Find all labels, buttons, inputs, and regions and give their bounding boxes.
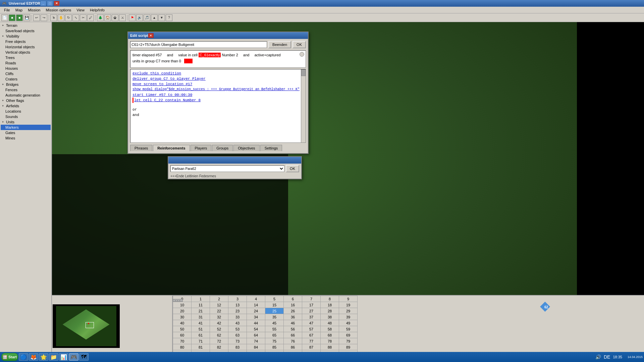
script-editor[interactable]: exclude this condition deliver group C7 … (130, 69, 306, 143)
grid-cell[interactable]: 47 (302, 320, 321, 326)
grid-cell[interactable]: 51 (192, 326, 210, 332)
grid-cell[interactable]: 70 (173, 338, 192, 344)
grid-cell[interactable]: 52 (210, 326, 228, 332)
grid-cell[interactable]: 60 (173, 332, 192, 338)
taskbar-app-map[interactable]: 🗺 (79, 353, 89, 361)
grid-cell[interactable]: 2 (210, 296, 228, 302)
grid-cell[interactable]: 14 (247, 302, 265, 308)
toolbar-delete[interactable]: ✂ (80, 14, 87, 21)
grid-cell[interactable]: 42 (210, 320, 228, 326)
tree-item-airfields[interactable]: + Airfields (1, 103, 51, 109)
grid-cell[interactable]: 63 (228, 332, 247, 338)
grid-cell[interactable]: 13 (228, 302, 247, 308)
grid-cell[interactable]: 53 (228, 326, 247, 332)
grid-cell[interactable]: 57 (302, 326, 321, 332)
grid-cell[interactable]: 58 (321, 326, 339, 332)
grid-cell[interactable]: 8 (321, 296, 339, 302)
tree-item-locations[interactable]: Locations (1, 109, 51, 114)
beenden-button[interactable]: Beenden (268, 41, 291, 48)
toolbar-sound[interactable]: 🔊 (136, 14, 143, 21)
script-line-4[interactable]: show modal dialog"$de_mission_succes : +… (132, 87, 304, 92)
tree-item-fences[interactable]: Fences (1, 87, 51, 93)
grid-cell[interactable]: 16 (284, 302, 302, 308)
tab-settings[interactable]: Settings (260, 145, 282, 151)
toolbar-new[interactable]: 📄 (1, 14, 8, 21)
toolbar-house[interactable]: 🏠 (104, 14, 111, 21)
toolbar-green2[interactable]: ■ (16, 14, 23, 21)
tree-item-terrain[interactable]: + Terrain (1, 23, 51, 28)
grid-cell[interactable]: 37 (302, 314, 321, 320)
tree-item-units[interactable]: + Units (1, 119, 51, 125)
grid-cell[interactable]: 28 (321, 308, 339, 314)
grid-cell[interactable]: 72 (210, 338, 228, 344)
grid-cell[interactable]: 74 (247, 338, 265, 344)
edit-script-dialog[interactable]: Edit script ✕ Beenden OK timer elapsed #… (127, 32, 309, 154)
script-name-input[interactable] (130, 41, 267, 48)
tree-item-free-objects[interactable]: Free objects (1, 39, 51, 44)
tree-item-other-flags[interactable]: + Other flags (1, 98, 51, 103)
toolbar-paint[interactable]: 🖊 (87, 14, 94, 21)
script-line-5[interactable]: start timer #57 to 00:00:30 (132, 92, 304, 98)
tree-item-vert-objects[interactable]: Vertical objects (1, 50, 51, 55)
grid-cell[interactable]: 85 (265, 344, 284, 350)
grid-cell[interactable]: 79 (339, 338, 358, 344)
toolbar-arrow-down[interactable]: ▼ (158, 14, 165, 21)
grid-cell[interactable]: 43 (228, 320, 247, 326)
tab-phrases[interactable]: Phrases (130, 145, 152, 151)
menu-view[interactable]: View (74, 7, 87, 13)
toolbar-select[interactable]: 🖱 (50, 14, 57, 21)
grid-cell[interactable]: 55 (265, 326, 284, 332)
grid-cell[interactable]: 33 (228, 314, 247, 320)
script-line-1[interactable]: exclude this condition (132, 71, 304, 76)
sub-ok-button[interactable]: OK (286, 165, 299, 172)
tree-item-markers[interactable]: Markers (1, 125, 51, 130)
toolbar-undo[interactable]: ↩ (33, 14, 40, 21)
grid-cell[interactable]: 23 (228, 308, 247, 314)
minimize-button[interactable]: _ (40, 1, 46, 6)
grid-cell[interactable]: 38 (321, 314, 339, 320)
grid-cell[interactable]: 82 (210, 344, 228, 350)
toolbar-flag-red[interactable]: ⚑ (129, 14, 136, 21)
sub-dialog[interactable]: Partisan Para62 OK +++Ende Leitlinien Fe… (168, 156, 302, 179)
tree-item-craters[interactable]: Craters (1, 76, 51, 82)
grid-cell[interactable]: 64 (247, 332, 265, 338)
grid-cell[interactable]: 20 (173, 308, 192, 314)
grid-cell[interactable]: 3 (228, 296, 247, 302)
grid-cell[interactable]: 54 (247, 326, 265, 332)
taskbar-app-5[interactable]: 📊 (59, 353, 68, 361)
grid-cell[interactable]: 73 (228, 338, 247, 344)
tree-item-sounds[interactable]: Sounds (1, 114, 51, 119)
grid-cell[interactable]: 25 (265, 308, 284, 314)
grid-cell[interactable]: 71 (192, 338, 210, 344)
ok-button[interactable]: OK (292, 41, 306, 48)
menu-map[interactable]: Map (13, 7, 25, 13)
grid-cell[interactable]: 75 (265, 338, 284, 344)
grid-cell[interactable]: 39 (339, 314, 358, 320)
grid-cell[interactable]: 32 (210, 314, 228, 320)
taskbar-app-folder[interactable]: 📁 (49, 353, 58, 361)
grid-cell[interactable]: 89 (339, 344, 358, 350)
grid-cell[interactable]: 49 (339, 320, 358, 326)
grid-cell[interactable]: 19 (339, 302, 358, 308)
grid-cell[interactable]: 59 (339, 326, 358, 332)
grid-cell[interactable]: 15 (265, 302, 284, 308)
grid-cell[interactable]: 12 (210, 302, 228, 308)
toolbar-unit[interactable]: ⚔ (119, 14, 126, 21)
toolbar-scale[interactable]: ⤡ (72, 14, 79, 21)
resize-handle[interactable]: • • • (173, 299, 183, 302)
toolbar-move[interactable]: ✋ (58, 14, 64, 21)
grid-cell[interactable]: 6 (284, 296, 302, 302)
grid-cell[interactable]: 84 (247, 344, 265, 350)
grid-cell[interactable]: 80 (173, 344, 192, 350)
grid-cell[interactable]: 4 (247, 296, 265, 302)
tab-groups[interactable]: Groups (212, 145, 233, 151)
script-scrollbar[interactable] (301, 69, 306, 142)
tree-item-trees[interactable]: Trees (1, 55, 51, 60)
minimap[interactable] (56, 306, 116, 346)
tree-item-auto-gen[interactable]: Automatic generation (1, 93, 51, 98)
grid-cell[interactable]: 83 (228, 344, 247, 350)
grid-cell[interactable]: 45 (265, 320, 284, 326)
grid-cell[interactable]: 48 (321, 320, 339, 326)
toolbar-music[interactable]: 🎵 (144, 14, 150, 21)
grid-cell[interactable]: 61 (192, 332, 210, 338)
